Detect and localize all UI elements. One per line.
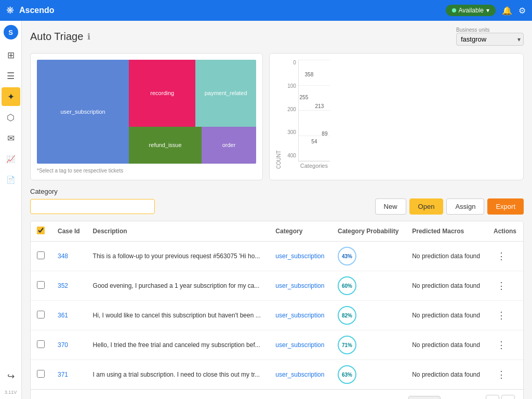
table-row: 371 I am using a trial subscription. I n… — [31, 360, 523, 390]
case-id-cell: 361 — [51, 301, 87, 330]
category-tag[interactable]: user_subscription — [275, 312, 324, 319]
assign-button[interactable]: Assign — [446, 198, 484, 215]
page-header: Auto Triage ℹ Business units fastgrow op… — [30, 27, 524, 46]
description-cell: I am using a trial subscription. I need … — [87, 360, 270, 390]
row-checkbox-cell — [31, 271, 51, 301]
treemap-label-refund: refund_issue — [147, 140, 184, 150]
macros-cell: No prediction data found — [406, 271, 487, 301]
bar-chart-yaxis: 400 300 200 100 0 — [283, 60, 298, 169]
available-dot — [452, 8, 456, 12]
category-tag[interactable]: user_subscription — [275, 252, 324, 260]
y-tick: 100 — [287, 83, 296, 89]
select-all-checkbox[interactable] — [37, 227, 45, 234]
row-actions-button[interactable]: ⋮ — [494, 368, 509, 381]
col-category: Category — [269, 221, 331, 242]
sidebar-item-reports[interactable]: 📈 — [2, 150, 20, 168]
y-tick: 200 — [287, 107, 296, 112]
col-case-id: Case Id — [51, 221, 87, 242]
sidebar-item-mail[interactable]: ✉ — [2, 129, 20, 148]
next-page-button[interactable]: › — [501, 395, 515, 399]
category-input[interactable] — [30, 199, 155, 214]
probability-circle: 63% — [338, 365, 356, 384]
sidebar-item-triage[interactable]: ✦ — [2, 87, 20, 106]
charts-row: user_subscription recording payment_rela… — [30, 53, 524, 180]
business-unit-select[interactable]: fastgrow option2 option3 — [456, 33, 524, 46]
gear-icon[interactable]: ⚙ — [518, 6, 526, 16]
row-checkbox-cell — [31, 301, 51, 330]
row-checkbox[interactable] — [37, 251, 45, 259]
table-header-row: Case Id Description Category Category Pr… — [31, 221, 523, 242]
y-tick: 0 — [293, 60, 296, 65]
row-actions-button[interactable]: ⋮ — [494, 249, 509, 263]
case-id-link[interactable]: 370 — [58, 341, 68, 349]
bar-chart-area: 2553585421389 Categories — [298, 60, 330, 169]
bar-value-refund_issue: 54 — [311, 139, 317, 144]
bar-value-order: 89 — [322, 131, 327, 137]
category-tag[interactable]: user_subscription — [275, 341, 324, 349]
sidebar-item-list[interactable]: ☰ — [2, 66, 20, 85]
row-actions-button[interactable]: ⋮ — [494, 279, 509, 292]
table-row: 348 This is a follow-up to your previous… — [31, 242, 523, 271]
table-row: 352 Good evening, I purchased a 1 year s… — [31, 271, 523, 301]
pagination-row: Items per page: 5 10 25 1 – 5 of 350 ‹ › — [31, 389, 523, 399]
treemap-refund[interactable]: refund_issue — [129, 127, 202, 164]
y-tick: 300 — [287, 129, 296, 135]
open-button[interactable]: Open — [409, 198, 444, 215]
case-id-link[interactable]: 352 — [58, 282, 68, 289]
case-id-cell: 352 — [51, 271, 87, 301]
probability-cell: 60% — [331, 271, 406, 301]
probability-cell: 43% — [331, 242, 406, 271]
version-label: 3.11V — [5, 390, 17, 395]
items-per-page-select[interactable]: 5 10 25 — [408, 396, 441, 399]
row-checkbox[interactable] — [37, 281, 45, 289]
category-tag[interactable]: user_subscription — [275, 371, 324, 378]
col-actions: Actions — [487, 221, 523, 242]
new-button[interactable]: New — [375, 198, 406, 215]
treemap-user-subscription[interactable]: user_subscription — [37, 60, 129, 164]
treemap-recording[interactable]: recording — [129, 60, 195, 127]
col-description: Description — [87, 221, 270, 242]
table-row: 370 Hello, I tried the free trial and ca… — [31, 330, 523, 360]
treemap-right: recording payment_related refund_issue — [129, 60, 256, 164]
info-icon[interactable]: ℹ — [87, 32, 90, 42]
category-filter-row: New Open Assign Export — [30, 198, 524, 215]
case-id-cell: 370 — [51, 330, 87, 360]
avatar: S — [4, 25, 18, 39]
sidebar-item-analytics[interactable]: ⬡ — [2, 108, 20, 127]
treemap: user_subscription recording payment_rela… — [37, 60, 256, 164]
table-row: 361 Hi, I would like to cancel this subs… — [31, 301, 523, 330]
sidebar-item-dashboard[interactable]: ⊞ — [2, 46, 20, 64]
availability-button[interactable]: Available ▾ — [446, 5, 496, 16]
actions-cell: ⋮ — [487, 271, 523, 301]
row-actions-button[interactable]: ⋮ — [494, 309, 509, 322]
notification-icon[interactable]: 🔔 — [502, 6, 512, 16]
category-cell: user_subscription — [269, 242, 331, 271]
prev-page-button[interactable]: ‹ — [486, 395, 499, 399]
bar-chart-wrapper: COUNT 400 300 200 100 0 — [276, 60, 517, 169]
availability-label: Available — [459, 7, 484, 14]
row-checkbox-cell — [31, 330, 51, 360]
row-checkbox[interactable] — [37, 340, 45, 348]
page-title: Auto Triage — [30, 31, 83, 43]
macros-cell: No prediction data found — [406, 242, 487, 271]
category-cell: user_subscription — [269, 271, 331, 301]
sidebar: S ⊞ ☰ ✦ ⬡ ✉ 📈 📄 ↪ 3.11V — [0, 21, 22, 399]
case-id-link[interactable]: 371 — [58, 371, 68, 378]
treemap-order[interactable]: order — [202, 127, 256, 164]
category-section: Category New Open Assign Export — [30, 188, 524, 215]
export-button[interactable]: Export — [487, 198, 524, 215]
y-tick: 400 — [287, 153, 296, 158]
category-tag[interactable]: user_subscription — [275, 282, 324, 289]
row-actions-button[interactable]: ⋮ — [494, 338, 509, 352]
sidebar-item-export[interactable]: ↪ — [2, 367, 20, 385]
case-id-link[interactable]: 361 — [58, 312, 68, 319]
probability-cell: 71% — [331, 330, 406, 360]
col-probability: Category Probability — [331, 221, 406, 242]
row-checkbox[interactable] — [37, 311, 45, 318]
treemap-payment[interactable]: payment_related — [195, 60, 256, 127]
probability-circle: 43% — [338, 247, 356, 265]
treemap-label-user-subscription: user_subscription — [58, 107, 107, 117]
row-checkbox[interactable] — [37, 370, 45, 378]
case-id-link[interactable]: 348 — [58, 252, 68, 260]
sidebar-item-docs[interactable]: 📄 — [2, 170, 20, 189]
